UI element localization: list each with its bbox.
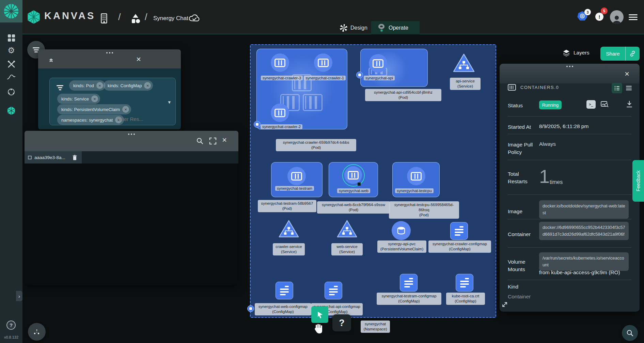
node-label-crawler-service[interactable]: crawler-service (Service) xyxy=(273,243,305,255)
node-label-web-service[interactable]: web-service (Service) xyxy=(331,243,363,255)
node-configmap-web[interactable] xyxy=(276,282,293,299)
quick-actions-fab[interactable] xyxy=(28,323,46,341)
node-pod-crawler-1[interactable] xyxy=(314,53,332,72)
node-pod-web-selected[interactable] xyxy=(344,166,362,184)
deployment-badge-icon[interactable] xyxy=(254,121,261,128)
tab-operate[interactable]: Operate xyxy=(371,21,420,34)
node-configmap-api[interactable] xyxy=(325,282,342,299)
terminal-header[interactable]: × xyxy=(25,131,238,151)
node-label-namespace[interactable]: synergychat (Namespace) xyxy=(361,321,390,333)
node-service-api[interactable] xyxy=(452,53,475,73)
node-label-web-configmap[interactable]: synergychat-web-configmap (ConfigMap) xyxy=(255,303,311,315)
image-inspect-button[interactable] xyxy=(600,99,609,109)
container-value-box[interactable]: docker://6d96990655cc952b4423304f3c57d66… xyxy=(539,222,629,240)
node-label-api-pod[interactable]: synergychat-api-cd954ccbf-j8mhz (Pod) xyxy=(365,89,441,101)
deployment-badge-icon[interactable] xyxy=(247,305,254,312)
fullscreen-icon[interactable] xyxy=(209,137,217,145)
node-label-api-pvc[interactable]: synergy-api-pvc (PersistentVolumeClaim) xyxy=(377,240,426,253)
sidebar-item-toolkit[interactable] xyxy=(0,60,22,68)
filter-panel-header[interactable]: « × xyxy=(38,49,181,68)
filter-chip-namespace[interactable]: namespaces: synergychat× xyxy=(57,115,124,125)
terminal-close-icon[interactable]: × xyxy=(222,136,227,144)
filter-chip-kinds-configmap[interactable]: kinds: ConfigMap× xyxy=(104,80,153,91)
help-button[interactable]: ? xyxy=(6,321,16,330)
chip-remove-icon[interactable]: × xyxy=(122,106,129,113)
meshery-logo-icon xyxy=(3,3,19,19)
sidebar-item-performance[interactable] xyxy=(0,74,22,80)
node-service-crawler[interactable] xyxy=(278,219,300,239)
node-label-testram-configmap[interactable]: synergychat-testram-configmap (ConfigMap… xyxy=(377,293,441,305)
layers-toggle[interactable]: Layers xyxy=(563,49,590,57)
filter-resources-input[interactable] xyxy=(117,116,150,122)
node-label-testram-pod[interactable]: synergychat-testram-58b9567 (Pod) xyxy=(258,200,316,212)
volume-path-box[interactable]: /var/run/secrets/kubernetes.io/serviceac… xyxy=(539,252,629,271)
download-logs-button[interactable] xyxy=(625,100,633,109)
details-close-icon[interactable]: × xyxy=(625,70,629,78)
sidebar-logo-tile[interactable] xyxy=(0,0,22,22)
breadcrumb-project-name[interactable]: Synergy Chat xyxy=(153,15,188,22)
node-pod-crawler-3[interactable] xyxy=(271,53,289,72)
canvas-help-button[interactable]: ? xyxy=(332,314,351,331)
select-tool-button[interactable] xyxy=(311,306,328,323)
open-terminal-button[interactable]: >_ xyxy=(586,100,596,109)
node-label: synergychat-web xyxy=(337,188,370,193)
filter-chip-kinds-pod[interactable]: kinds: Pod× xyxy=(69,80,105,91)
node-label-api-service[interactable]: api-service (Service) xyxy=(450,78,481,90)
chip-remove-icon[interactable]: × xyxy=(144,82,151,89)
filter-input-box[interactable]: kinds: Pod× kinds: ConfigMap× kinds: Ser… xyxy=(49,78,176,125)
node-pod-crawler-2[interactable] xyxy=(271,104,289,122)
zoom-fab-button[interactable] xyxy=(622,325,638,341)
copy-link-button[interactable] xyxy=(625,47,640,61)
filter-chip-kinds-service[interactable]: kinds: Service× xyxy=(57,94,100,104)
tree-view-button[interactable] xyxy=(612,83,622,93)
sidebar-item-kanvas-active[interactable] xyxy=(0,106,22,115)
node-label-crawler-pod[interactable]: synergychat-crawler-659b97dc4-tvbbs (Pod… xyxy=(276,139,356,151)
node-service-web[interactable] xyxy=(336,219,358,239)
collapse-panel-icon[interactable]: « xyxy=(48,58,56,62)
image-value-box[interactable]: docker.io/bootdotdev/synergychat-web:lat… xyxy=(539,200,629,219)
deployment-badge-icon[interactable] xyxy=(356,72,363,78)
organization-icon[interactable] xyxy=(99,13,109,24)
node-pod-api[interactable] xyxy=(369,54,387,73)
selection-handle[interactable] xyxy=(358,183,361,186)
node-configmap-kube-root[interactable] xyxy=(456,274,473,292)
chip-remove-icon[interactable]: × xyxy=(96,82,103,89)
sidebar-item-dashboard[interactable] xyxy=(0,34,22,42)
drag-handle-icon[interactable] xyxy=(25,134,238,135)
drag-handle-icon[interactable] xyxy=(38,52,181,53)
sidebar-item-settings[interactable]: ⚙ xyxy=(0,46,22,55)
resize-panel-handle[interactable] xyxy=(502,301,508,308)
console-tab-icon xyxy=(28,156,32,159)
drag-handle-icon[interactable] xyxy=(500,66,640,67)
details-header[interactable]: × xyxy=(500,64,640,83)
node-label-web-pod[interactable]: synergychat-web-6ccb79f964-s9ssw (Pod) xyxy=(317,201,390,214)
resource-name: synergy-api-pvc xyxy=(379,241,425,247)
trash-icon[interactable] xyxy=(72,155,77,160)
feedback-tab[interactable]: Feedback xyxy=(632,160,644,202)
workspace-shapes-icon[interactable] xyxy=(130,14,141,24)
user-avatar[interactable] xyxy=(610,10,624,24)
main-menu-icon[interactable] xyxy=(629,13,638,21)
node-label-testcpu-pod[interactable]: synergychat-testcpu-569958465d-86hsq (Po… xyxy=(389,201,459,219)
terminal-session-tab[interactable]: aaaa39e3-8a... xyxy=(25,151,82,163)
chip-remove-icon[interactable]: × xyxy=(91,95,98,102)
node-configmap-crawler[interactable] xyxy=(450,222,468,240)
node-pvc-synergy-api[interactable] xyxy=(392,221,411,240)
search-icon[interactable] xyxy=(196,137,204,145)
chevron-down-icon[interactable]: ▾ xyxy=(168,99,171,105)
sidebar-expand-handle[interactable]: › xyxy=(16,291,22,301)
share-button[interactable]: Share xyxy=(600,47,640,61)
chip-label: kinds: Service xyxy=(61,96,89,102)
node-label-kube-root-configmap[interactable]: kube-root-ca.crt (ConfigMap) xyxy=(446,293,485,305)
node-configmap-testram[interactable] xyxy=(400,274,418,292)
filter-panel-close-icon[interactable]: × xyxy=(136,55,141,63)
filter-chip-kinds-pvc[interactable]: kinds: PersistentVolumeClaim× xyxy=(57,104,131,114)
node-label-crawler-configmap[interactable]: synergychat-crawler-configmap (ConfigMap… xyxy=(428,240,491,253)
node-pod-testram[interactable] xyxy=(287,167,306,185)
hand-tool-icon[interactable] xyxy=(314,323,324,336)
sidebar-item-mesh[interactable] xyxy=(0,88,22,96)
node-pod-testcpu[interactable] xyxy=(407,167,425,185)
kanvas-logo-icon xyxy=(27,10,41,25)
tab-design[interactable]: Design xyxy=(334,21,374,34)
list-view-button[interactable] xyxy=(624,83,633,93)
